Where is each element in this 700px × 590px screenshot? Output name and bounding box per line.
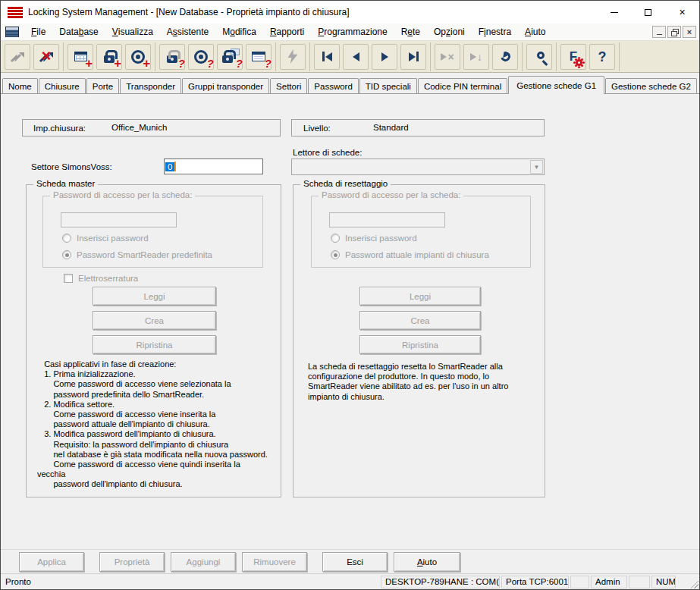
card-reader-select[interactable]: ▼ <box>291 158 545 175</box>
arrow-down-icon: ↓ <box>470 52 482 62</box>
status-user: Admin <box>591 576 627 588</box>
help-footer-button[interactable]: Aiuto <box>394 552 460 572</box>
first-record-button[interactable] <box>314 44 340 70</box>
next-icon <box>381 52 388 61</box>
remove-button[interactable]: Rimuovere <box>242 552 307 572</box>
toolbar: × + + + ? ? ? ? <box>1 41 699 73</box>
master-radio-insert-password[interactable]: Inserisci password <box>62 234 149 243</box>
master-restore-button[interactable]: Ripristina <box>93 335 216 354</box>
question-icon: ? <box>598 50 607 64</box>
mdi-close-icon: × <box>687 28 692 36</box>
tab-gestione-schede-g1[interactable]: Gestione schede G1 <box>508 76 604 94</box>
document-icon <box>5 27 19 37</box>
master-create-button[interactable]: Crea <box>93 311 216 330</box>
minimize-button[interactable] <box>597 1 631 24</box>
help-button[interactable]: ? <box>589 44 615 70</box>
electrolock-checkbox[interactable]: Elettroserratura <box>64 274 138 283</box>
read-network-button[interactable]: ? <box>246 44 272 70</box>
read-card-lock-button[interactable]: ? <box>217 44 243 70</box>
radio-label: Inserisci password <box>345 234 417 243</box>
new-locking-system-button[interactable]: + <box>67 44 93 70</box>
tab-chiusure[interactable]: Chiusure <box>39 78 86 93</box>
tab-porte[interactable]: Porte <box>86 78 120 93</box>
read-transponder-button[interactable]: ? <box>188 44 214 70</box>
reset-radio-insert-password[interactable]: Inserisci password <box>331 234 417 243</box>
master-password-group-title: Password di accesso per la scheda: <box>50 190 195 199</box>
menu-item-opzioni[interactable]: Opzioni <box>427 24 472 40</box>
text-caret <box>174 162 176 171</box>
reset-create-button[interactable]: Crea <box>359 311 481 330</box>
search-button[interactable] <box>526 44 552 70</box>
last-record-button[interactable] <box>400 44 426 70</box>
card-reader-label: Lettore di schede: <box>293 148 362 157</box>
simonsvoss-sector-label: Settore SimonsVoss: <box>31 162 112 171</box>
level-label: Livello: <box>303 124 331 133</box>
read-lock-button[interactable]: ? <box>159 44 185 70</box>
maximize-button[interactable] <box>631 1 665 24</box>
add-button[interactable]: Aggiungi <box>171 552 236 572</box>
plus-overlay-icon: + <box>143 57 150 70</box>
apply-button[interactable]: Applica <box>19 552 84 572</box>
status-empty-2 <box>629 576 650 588</box>
menu-item-file[interactable]: File <box>24 24 52 40</box>
properties-button[interactable]: Proprietà <box>99 552 165 572</box>
mdi-restore-icon <box>671 30 677 36</box>
simonsvoss-sector-input[interactable]: 0 <box>164 158 263 174</box>
menu-item-rete[interactable]: Rete <box>394 24 427 40</box>
reset-read-button[interactable]: Leggi <box>359 287 481 306</box>
master-radio-default-password[interactable]: Password SmartReader predefinita <box>62 250 212 259</box>
tab-gestione-schede-g2[interactable]: Gestione schede G2 <box>605 78 697 93</box>
title-bar: Locking System Management - [New Databas… <box>1 1 699 24</box>
master-card-group: Scheda master Password di accesso per la… <box>26 184 281 497</box>
tab-gruppi-transponder[interactable]: Gruppi transponder <box>182 78 269 93</box>
question-overlay-icon: ? <box>178 58 185 69</box>
lock-icon <box>104 55 115 63</box>
close-icon: × <box>679 7 685 17</box>
menu-item-aiuto[interactable]: Aiuto <box>518 24 552 40</box>
tab-codice-pin-terminal[interactable]: Codice PIN terminal <box>418 78 507 93</box>
plus-overlay-icon: + <box>85 57 93 70</box>
mdi-restore-button[interactable] <box>667 26 681 38</box>
question-overlay-icon: ? <box>236 58 243 69</box>
checkbox-label: Elettroserratura <box>78 274 138 283</box>
tab-nome[interactable]: Nome <box>2 78 38 93</box>
menu-item-rapporti[interactable]: Rapporti <box>263 24 311 40</box>
tab-password[interactable]: Password <box>308 78 359 93</box>
tab-tid-speciali[interactable]: TID speciali <box>359 78 417 93</box>
new-lock-button[interactable]: + <box>96 44 122 70</box>
radio-icon <box>62 234 71 243</box>
reset-restore-button[interactable]: Ripristina <box>359 335 481 354</box>
next-record-button[interactable] <box>372 44 397 70</box>
master-password-input[interactable] <box>61 212 177 228</box>
reset-password-input[interactable] <box>329 212 445 228</box>
previous-record-button[interactable] <box>343 44 369 70</box>
tab-strip: Nome Chiusure Porte Transponder Gruppi t… <box>1 73 699 94</box>
menu-item-assistente[interactable]: Assistente <box>160 24 215 40</box>
tab-transponder[interactable]: Transponder <box>120 78 181 93</box>
reset-radio-current-password[interactable]: Password attuale impianti di chiusura <box>331 250 489 259</box>
new-transponder-button[interactable]: + <box>125 44 151 70</box>
program-button[interactable] <box>280 44 306 70</box>
connect-button[interactable] <box>5 44 30 70</box>
tab-settori[interactable]: Settori <box>270 78 307 93</box>
master-read-button[interactable]: Leggi <box>93 287 216 306</box>
refresh-button[interactable] <box>492 44 518 70</box>
zigzag-arrow-icon <box>10 50 25 64</box>
menu-item-database[interactable]: Database <box>52 24 105 40</box>
selected-text: 0 <box>165 162 174 171</box>
disconnect-button[interactable]: × <box>33 44 59 70</box>
menu-item-visualizza[interactable]: Visualizza <box>105 24 160 40</box>
transponder-icon <box>136 55 140 59</box>
apply-down-button[interactable]: ↓ <box>463 44 489 70</box>
menu-item-programmazione[interactable]: Programmazione <box>311 24 394 40</box>
filter-settings-button[interactable]: F <box>560 44 586 70</box>
toolbar-separator <box>619 42 620 71</box>
menu-item-modifica[interactable]: Modifica <box>215 24 263 40</box>
mdi-close-button[interactable]: × <box>683 26 696 38</box>
cancel-button[interactable]: × <box>435 44 460 70</box>
mdi-minimize-button[interactable] <box>652 26 666 38</box>
toolbar-separator <box>63 42 64 71</box>
close-button[interactable]: × <box>665 1 699 24</box>
menu-item-finestra[interactable]: Finestra <box>472 24 518 40</box>
exit-button[interactable]: Esci <box>322 552 388 572</box>
